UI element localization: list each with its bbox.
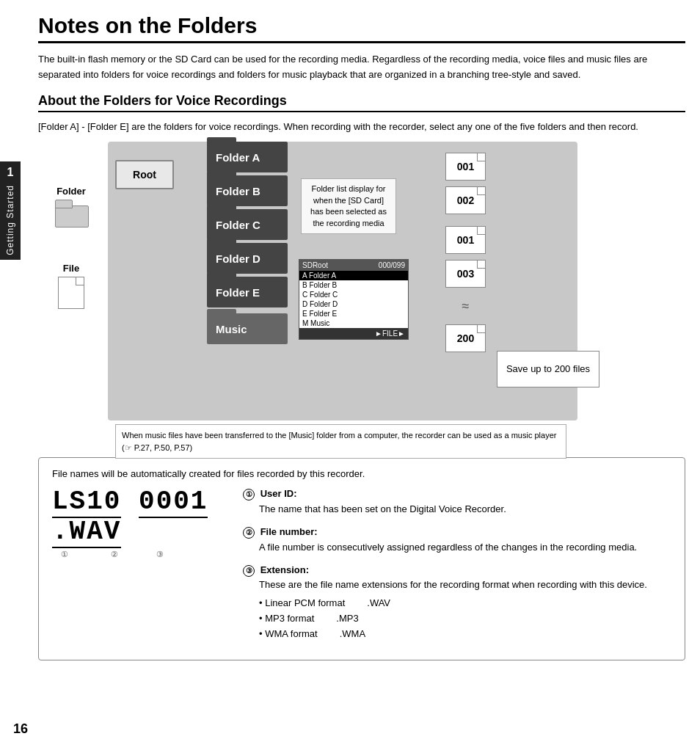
info-num-3: ③ <box>243 565 255 577</box>
bullet-format-3: • WMA format <box>259 627 318 642</box>
file-separator: ≈ <box>445 299 486 313</box>
info-columns: LS10 0001 .WAV ① ② ③ ① User ID: The na <box>52 487 671 649</box>
info-item-1: ① User ID: The name that has been set on… <box>243 487 671 517</box>
sdcard-row-b: B Folder B <box>299 280 408 290</box>
folder-tab-music: Music <box>207 313 288 344</box>
folder-tab-b: Folder B <box>207 175 288 206</box>
file-legend-label: File <box>63 263 79 274</box>
page-title: Notes on the Folders <box>38 13 685 43</box>
file-box-001b: 001 <box>445 226 486 254</box>
bullet-ext-1: .WAV <box>367 596 390 611</box>
sdcard-row-c: C Folder C <box>299 290 408 299</box>
folder-tab-c: Folder C <box>207 209 288 240</box>
folder-icon <box>55 200 87 226</box>
bullet-row-1: • Linear PCM format .WAV <box>259 596 671 611</box>
bullet-row-2: • MP3 format .MP3 <box>259 611 671 627</box>
tab-text: Getting Started <box>5 185 15 255</box>
file-box-001a: 001 <box>445 153 486 181</box>
info-right: ① User ID: The name that has been set on… <box>243 487 671 649</box>
info-num-2: ② <box>243 527 255 539</box>
sdcard-header: SDRoot 000/099 <box>299 260 408 271</box>
info-label-2: File number: <box>260 526 318 537</box>
fn-line2: ② <box>111 550 118 559</box>
fn-line1: ① <box>61 550 68 559</box>
section1-heading: About the Folders for Voice Recordings <box>38 93 685 112</box>
bullet-format-2: • MP3 format <box>259 611 314 627</box>
folder-tab-d: Folder D <box>207 243 288 274</box>
save-callout: Save up to 200 files <box>497 351 599 387</box>
file-box-003: 003 <box>445 260 486 288</box>
info-item-2: ② File number: A file number is consecut… <box>243 525 671 556</box>
fn-part1: LS10 <box>52 487 121 518</box>
info-item-3: ③ Extension: These are the file name ext… <box>243 563 671 642</box>
bottom-intro: File names will be automatically created… <box>52 468 671 479</box>
info-label-1: User ID: <box>260 488 297 499</box>
sdcard-footer: ►FILE► <box>299 328 408 339</box>
main-content: Notes on the Folders The built-in flash … <box>23 0 700 668</box>
bullet-row-3: • WMA format .WMA <box>259 627 671 642</box>
tab-number: 1 <box>7 166 14 179</box>
filename-display: LS10 0001 .WAV <box>52 487 243 547</box>
files-column: 001 002 001 003 ≈ 200 <box>445 153 486 352</box>
sdcard-callout: Folder list display for when the [SD Car… <box>301 178 396 234</box>
section1-desc: [Folder A] - [Folder E] are the folders … <box>38 120 685 135</box>
bullet-format-1: • Linear PCM format <box>259 596 345 611</box>
fn-part3: .WAV <box>52 517 121 548</box>
page-number: 16 <box>13 721 28 737</box>
sdcard-listbox: SDRoot 000/099 A Folder A B Folder B C F… <box>299 259 409 340</box>
sdcard-row-d: D Folder D <box>299 299 408 309</box>
info-left: LS10 0001 .WAV ① ② ③ <box>52 487 243 649</box>
intro-text: The built-in flash memory or the SD Card… <box>38 52 685 83</box>
file-legend: File <box>58 263 84 309</box>
bottom-info-box: File names will be automatically created… <box>38 457 685 660</box>
root-box: Root <box>115 160 174 189</box>
folder-tab-a: Folder A <box>207 142 288 172</box>
info-text-2: A file number is consecutively assigned … <box>243 540 671 556</box>
bullet-ext-2: .MP3 <box>336 611 358 627</box>
left-legend: Folder File <box>38 186 104 309</box>
sdcard-row-a: A Folder A <box>299 271 408 280</box>
sdcard-row-e: E Folder E <box>299 309 408 318</box>
fn-line3: ③ <box>156 550 164 559</box>
folders-column: Folder A Folder B Folder C Folder D Fold… <box>207 142 295 347</box>
fn-part2: 0001 <box>139 487 208 518</box>
info-label-3: Extension: <box>260 564 309 575</box>
file-icon <box>58 277 84 309</box>
file-box-200: 200 <box>445 324 486 352</box>
folder-legend: Folder <box>55 186 87 226</box>
diagram-area: Folder File Root Folder A Folder B Folde… <box>38 142 677 450</box>
sdcard-row-m: M Music <box>299 318 408 328</box>
folder-legend-label: Folder <box>56 186 86 197</box>
side-tab: 1 Getting Started <box>0 161 21 260</box>
bullet-list: • Linear PCM format .WAV • MP3 format .M… <box>243 596 671 641</box>
info-num-1: ① <box>243 489 255 500</box>
file-box-002: 002 <box>445 186 486 214</box>
bullet-ext-3: .WMA <box>340 627 365 642</box>
music-note: When music files have been transferred t… <box>115 424 566 459</box>
info-text-3: These are the file name extensions for t… <box>243 578 671 593</box>
info-text-1: The name that has been set on the Digita… <box>243 502 671 517</box>
folder-tab-e: Folder E <box>207 277 288 307</box>
